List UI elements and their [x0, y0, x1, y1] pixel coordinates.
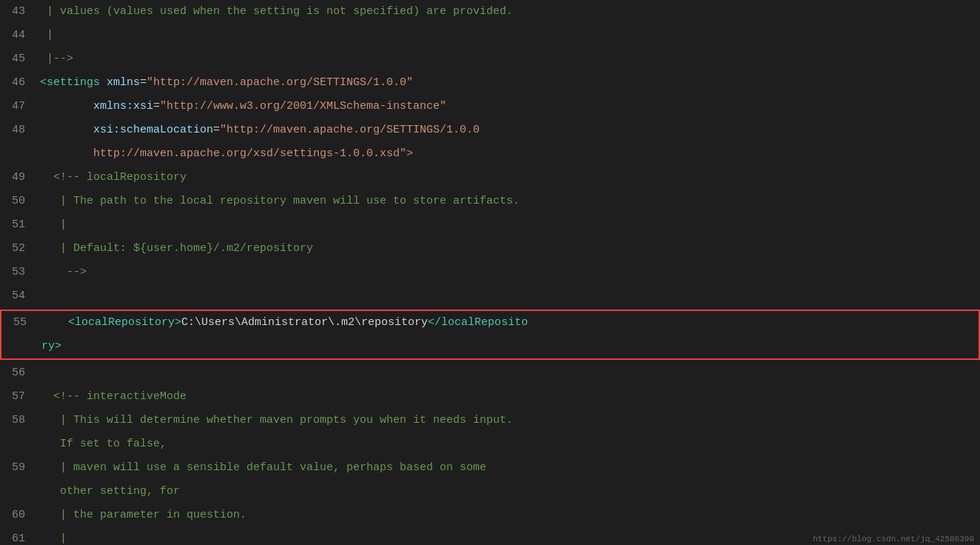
line-number-47: 47	[0, 95, 37, 118]
code-line-45: 45 |-->	[0, 47, 980, 71]
line-content-46: <settings xmlns="http://maven.apache.org…	[37, 71, 980, 95]
line-number-46: 46	[0, 71, 37, 95]
line-content-43: | values (values used when the setting i…	[37, 0, 980, 24]
line-number-52: 52	[0, 237, 37, 261]
code-line-56: 56	[0, 361, 980, 385]
code-line-58: 58 | This will determine whether maven p…	[0, 409, 980, 456]
line-number-56: 56	[0, 361, 37, 385]
line-content-55: <localRepository>C:\Users\Administrator\…	[38, 311, 979, 335]
line-number-55: 55	[1, 311, 38, 335]
line-number-48: 48	[0, 118, 37, 142]
line-content-57: <!-- interactiveMode	[37, 385, 980, 409]
line-number-57: 57	[0, 385, 37, 409]
line-content-47: xmlns:xsi="http://www.w3.org/2001/XMLSch…	[37, 95, 980, 118]
line-number-60: 60	[0, 504, 37, 527]
line-number-51: 51	[0, 213, 37, 237]
line-number-44: 44	[0, 24, 37, 47]
line-content-53: -->	[37, 261, 980, 284]
code-line-44: 44 |	[0, 24, 980, 47]
code-editor: 43 | values (values used when the settin…	[0, 0, 980, 545]
line-number-43: 43	[0, 0, 37, 24]
code-line-51: 51 |	[0, 213, 980, 237]
line-number-59: 59	[0, 456, 37, 480]
code-line-43: 43 | values (values used when the settin…	[0, 0, 980, 24]
line-number-58: 58	[0, 409, 37, 432]
line-content-45: |-->	[37, 47, 980, 71]
line-content-51: |	[37, 213, 980, 237]
line-number-45: 45	[0, 47, 37, 71]
watermark: https://blog.csdn.net/jq_42580390	[813, 535, 974, 544]
code-line-54: 54	[0, 284, 980, 308]
line-number-49: 49	[0, 166, 37, 190]
code-line-53: 53 -->	[0, 261, 980, 284]
line-number-50: 50	[0, 190, 37, 213]
line-content-56	[37, 361, 980, 385]
highlighted-line-55: 55 <localRepository>C:\Users\Administrat…	[0, 310, 980, 360]
line-content-48: xsi:schemaLocation="http://maven.apache.…	[37, 118, 980, 142]
line-content-44: |	[37, 24, 980, 47]
line-content-50: | The path to the local repository maven…	[37, 190, 980, 213]
line-content-60: | the parameter in question.	[37, 504, 980, 527]
line-number-53: 53	[0, 261, 37, 284]
code-line-50: 50 | The path to the local repository ma…	[0, 190, 980, 213]
code-line-48: 48 xsi:schemaLocation="http://maven.apac…	[0, 118, 980, 166]
code-line-46: 46 <settings xmlns="http://maven.apache.…	[0, 71, 980, 95]
code-line-47: 47 xmlns:xsi="http://www.w3.org/2001/XML…	[0, 95, 980, 118]
code-line-57: 57 <!-- interactiveMode	[0, 385, 980, 409]
code-line-60: 60 | the parameter in question.	[0, 504, 980, 527]
line-content-59: | maven will use a sensible default valu…	[37, 456, 980, 480]
code-line-52: 52 | Default: ${user.home}/.m2/repositor…	[0, 237, 980, 261]
line-content-52: | Default: ${user.home}/.m2/repository	[37, 237, 980, 261]
code-line-59: 59 | maven will use a sensible default v…	[0, 456, 980, 504]
line-number-61: 61	[0, 527, 37, 545]
line-content-49: <!-- localRepository	[37, 166, 980, 190]
line-content-54	[37, 284, 980, 308]
code-line-49: 49 <!-- localRepository	[0, 166, 980, 190]
line-content-58: | This will determine whether maven prom…	[37, 409, 980, 432]
line-number-54: 54	[0, 284, 37, 308]
